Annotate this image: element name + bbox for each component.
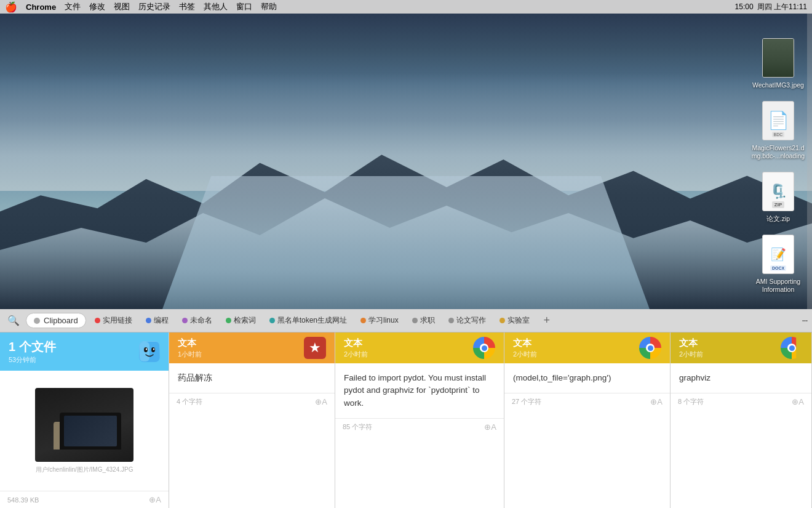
card2-footer: 4 个字符 ⊕A [169,393,335,410]
card3-time: 2小时前 [344,350,368,359]
svg-point-2 [144,347,148,352]
card2-content: 药品解冻 [169,363,335,393]
bookmark-lab[interactable]: 实验室 [495,313,535,328]
bookmark-unnamed[interactable]: 未命名 [177,313,217,328]
card5-text: graphviz [679,373,710,382]
card-text-chrome2: 文本 2小时前 (model,to_file='graph.png') 27 个… [504,333,671,508]
card2-type: 文本 [178,337,202,349]
menubar-day: 周四 上午11:11 [757,2,807,12]
desktop-file-docx-label: AMI SupportingInformation [756,278,800,294]
card2-charcount: 4 个字符 [177,397,202,406]
finder-icon [139,341,160,362]
bookmark-dot-yellow [500,318,505,323]
desktop-file-zip[interactable]: 🗜️ ZIP 论文.zip [744,166,812,228]
card-text-chrome1: 文本 2小时前 Failed to import pydot. You must… [335,333,504,508]
bookmark-dot-gray1 [412,318,418,323]
bookmark-linux[interactable]: 学习linux [356,313,404,328]
card5-time: 2小时前 [679,350,703,359]
bookmark-qiuzhi[interactable]: 求职 [407,313,440,328]
desktop-file-wechat[interactable]: WechatIMG3.jpeg [744,32,812,95]
bookmarks-bar: 🔍 Clipboard 实用链接 编程 未命名 检索词 黑名单token生成网址… [0,309,812,333]
menu-edit[interactable]: 修改 [89,1,105,12]
card5-copy-icon[interactable]: ⊕A [792,397,804,406]
svg-point-4 [146,349,147,350]
bookmark-jiansuo-label: 检索词 [234,315,256,326]
card4-text: (model,to_file='graph.png') [513,373,611,382]
bookmark-linux-label: 学习linux [368,315,399,326]
clipboard-tab-label: Clipboard [44,316,78,325]
search-icon[interactable]: 🔍 [5,312,22,329]
more-options-button[interactable]: ··· [802,314,807,327]
menu-window[interactable]: 窗口 [236,1,252,12]
menu-other[interactable]: 其他人 [204,1,228,12]
add-bookmark-button[interactable]: + [539,313,554,328]
card-text-star: 文本 1小时前 ★ 药品解冻 4 个字符 ⊕A [169,333,335,508]
chrome-icon-3 [781,337,803,359]
menu-view[interactable]: 视图 [114,1,130,12]
card4-copy-icon[interactable]: ⊕A [650,397,663,406]
card4-footer: 27 个字符 ⊕A [504,393,670,410]
desktop-file-magic[interactable]: 📄 BDC MagicFlowers21.dmg.bdc-...nloading [744,95,812,166]
bookmark-shiyong[interactable]: 实用链接 [90,313,137,328]
bookmark-unnamed-label: 未命名 [190,315,212,326]
card4-charcount: 27 个字符 [512,397,541,406]
bookmark-lab-label: 实验室 [507,315,530,326]
bookmark-lunwen[interactable]: 论文写作 [444,313,491,328]
desktop-scrollbar[interactable] [807,14,812,309]
desktop-files: WechatIMG3.jpeg 📄 BDC MagicFlowers21.dmg… [744,32,812,309]
card5-header: 文本 2小时前 [671,333,811,363]
cards-area: 1 个文件 53分钟前 [0,333,812,508]
card3-text: Failed to import pydot. You must install… [344,373,486,408]
bookmark-biancheng[interactable]: 编程 [141,313,173,328]
card1-footer: 548.39 KB ⊕A [0,491,169,508]
menubar-right: 15:00 周四 上午11:11 [735,0,807,14]
card1-filename: 用户/chenlinlin/图片/IMG_4324.JPG [35,466,133,474]
bookmark-blacklist[interactable]: 黑名单token生成网址 [265,313,352,328]
bookmark-lunwen-label: 论文写作 [456,315,486,326]
bookmark-dot-green [226,318,231,323]
card1-copy-icon[interactable]: ⊕A [149,495,161,504]
bookmark-dot-gray2 [448,318,454,323]
apple-menu-icon[interactable]: 🍎 [5,1,17,13]
chrome-icon-2 [639,337,661,359]
app-name[interactable]: Chrome [26,2,56,12]
svg-rect-1 [140,342,149,361]
bookmark-biancheng-label: 编程 [154,315,169,326]
menu-help[interactable]: 帮助 [261,1,277,12]
card5-charcount: 8 个字符 [678,397,704,406]
bookmark-qiuzhi-label: 求职 [420,315,435,326]
bookmark-dot-blue [146,318,151,323]
card2-copy-icon[interactable]: ⊕A [315,397,327,406]
card1-image-area: 用户/chenlinlin/图片/IMG_4324.JPG [0,371,169,491]
desktop-file-zip-label: 论文.zip [766,215,790,224]
desktop-file-extra[interactable]: 📄 [744,299,812,309]
card-text-chrome3: 文本 2小时前 graphviz 8 个字符 ⊕A [671,333,812,508]
card4-time: 2小时前 [513,350,537,359]
card1-filesize: 548.39 KB [7,496,39,504]
card3-copy-icon[interactable]: ⊕A [484,422,496,432]
card3-type: 文本 [344,337,368,349]
bookmark-blacklist-label: 黑名单token生成网址 [277,315,347,326]
card5-type: 文本 [679,337,703,349]
star-icon: ★ [304,337,326,359]
card3-header: 文本 2小时前 [335,333,504,363]
card5-footer: 8 个字符 ⊕A [671,393,811,410]
card-finder: 1 个文件 53分钟前 [0,333,169,508]
bookmark-dot-purple [182,318,188,323]
menubar: 🍎 Chrome 文件 修改 视图 历史记录 书签 其他人 窗口 帮助 15:0… [0,0,812,14]
clipboard-tab[interactable]: Clipboard [26,313,86,328]
svg-point-3 [151,347,155,352]
card4-content: (model,to_file='graph.png') [504,363,670,393]
desktop-file-docx[interactable]: 📝 DOCX AMI SupportingInformation [744,228,812,299]
card3-charcount: 85 个字符 [343,422,372,432]
card1-subtitle: 53分钟前 [9,355,56,365]
chrome-icon-1 [473,337,495,359]
bookmark-shiyong-label: 实用链接 [103,315,132,326]
card1-header: 1 个文件 53分钟前 [0,333,169,371]
desktop-file-wechat-label: WechatIMG3.jpeg [752,81,804,90]
card4-type: 文本 [513,337,537,349]
menu-file[interactable]: 文件 [65,1,81,12]
menu-history[interactable]: 历史记录 [138,1,170,12]
bookmark-jiansuo[interactable]: 检索词 [221,313,261,328]
menu-bookmarks[interactable]: 书签 [179,1,195,12]
